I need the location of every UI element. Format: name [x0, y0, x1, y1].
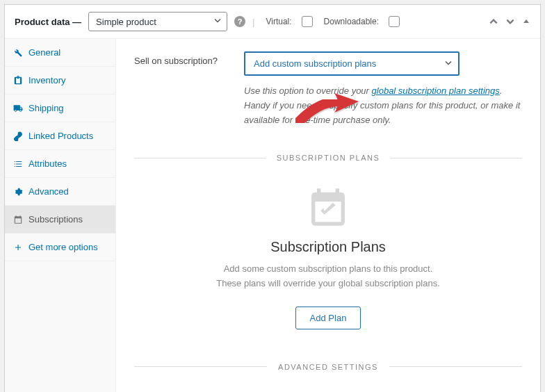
- downloadable-checkbox[interactable]: [389, 16, 400, 27]
- tab-subscriptions[interactable]: Subscriptions: [5, 206, 115, 234]
- list-icon: [13, 159, 23, 169]
- separator: |: [252, 17, 254, 27]
- dropdown-value: Add custom subscription plans: [244, 51, 459, 76]
- tab-label: Linked Products: [29, 131, 93, 141]
- tab-inventory[interactable]: Inventory: [5, 67, 115, 95]
- subscription-dropdown[interactable]: Add custom subscription plans: [244, 51, 459, 76]
- global-settings-link[interactable]: global subscription plan settings: [372, 85, 500, 96]
- empty-line2: These plans will override your global su…: [134, 277, 522, 291]
- product-type-select[interactable]: Simple product: [88, 12, 227, 31]
- section-title: SUBSCRIPTION PLANS: [266, 154, 391, 162]
- tab-linked-products[interactable]: Linked Products: [5, 122, 115, 150]
- chevron-down-icon: [444, 58, 453, 69]
- tab-label: Subscriptions: [29, 214, 83, 224]
- sidebar: General Inventory Shipping Linked Produc…: [5, 39, 116, 392]
- panel-title: Product data —: [15, 17, 81, 27]
- help-prefix: Use this option to override your: [244, 85, 372, 96]
- field-label: Sell on subscription?: [134, 51, 231, 66]
- calendar-icon: [13, 215, 23, 224]
- truck-icon: [13, 104, 23, 113]
- tab-general[interactable]: General: [5, 39, 115, 67]
- section-divider-plans: SUBSCRIPTION PLANS: [134, 152, 522, 163]
- tab-attributes[interactable]: Attributes: [5, 150, 115, 178]
- tab-advanced[interactable]: Advanced: [5, 178, 115, 206]
- tab-label: Get more options: [29, 242, 98, 252]
- empty-line1: Add some custom subscription plans to th…: [134, 262, 522, 277]
- gear-icon: [13, 187, 23, 197]
- content-area: Sell on subscription? Add custom subscri…: [116, 39, 540, 392]
- plus-icon: [13, 243, 23, 252]
- panel-header: Product data — Simple product ? | Virtua…: [5, 5, 540, 39]
- link-icon: [13, 131, 23, 141]
- empty-state: Subscription Plans Add some custom subsc…: [134, 178, 522, 336]
- section-divider-advanced: ADVANCED SETTINGS: [134, 361, 522, 372]
- panel-body: General Inventory Shipping Linked Produc…: [5, 39, 540, 392]
- add-plan-button[interactable]: Add Plan: [295, 307, 361, 329]
- subscription-field-row: Sell on subscription? Add custom subscri…: [134, 51, 522, 76]
- tab-label: Attributes: [29, 158, 67, 169]
- calendar-check-icon: [306, 185, 350, 229]
- tab-label: Inventory: [29, 75, 65, 85]
- collapse-icon[interactable]: [522, 17, 530, 26]
- tab-shipping[interactable]: Shipping: [5, 95, 115, 122]
- wrench-icon: [13, 48, 23, 58]
- clipboard-icon: [13, 76, 23, 85]
- section-title: ADVANCED SETTINGS: [267, 363, 389, 371]
- tab-label: Shipping: [29, 103, 64, 113]
- product-data-panel: Product data — Simple product ? | Virtua…: [4, 4, 541, 392]
- header-controls: [489, 17, 530, 26]
- move-up-icon[interactable]: [489, 17, 498, 26]
- downloadable-label: Downloadable:: [324, 17, 379, 26]
- tab-label: General: [29, 47, 60, 58]
- tab-label: Advanced: [29, 186, 69, 197]
- virtual-checkbox[interactable]: [302, 16, 313, 27]
- tab-get-more-options[interactable]: Get more options: [5, 234, 115, 261]
- empty-title: Subscription Plans: [134, 239, 522, 255]
- help-text: Use this option to override your global …: [244, 84, 522, 127]
- move-down-icon[interactable]: [505, 17, 515, 26]
- product-type-select-wrap: Simple product: [88, 12, 227, 31]
- virtual-label: Virtual:: [266, 17, 291, 26]
- help-icon[interactable]: ?: [234, 16, 245, 27]
